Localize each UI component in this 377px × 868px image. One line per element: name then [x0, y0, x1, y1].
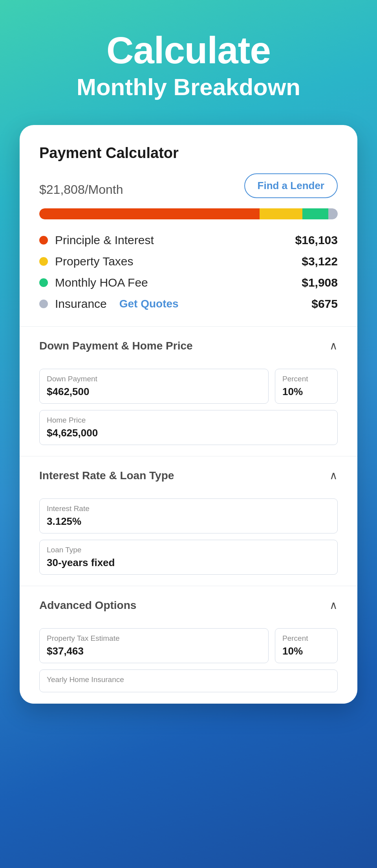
progress-bar [39, 208, 338, 219]
breakdown-left-hoa: Monthly HOA Fee [39, 276, 148, 289]
chevron-up-icon-advanced: ∧ [329, 599, 338, 612]
header-subtitle: Monthly Breakdown [77, 73, 300, 101]
interest-rate-label: Interest Rate [47, 504, 330, 513]
breakdown-item-insurance: Insurance Get Quotes $675 [39, 297, 338, 311]
breakdown-value-insurance: $675 [311, 297, 338, 311]
breakdown-left-principle: Principle & Interest [39, 234, 154, 247]
property-tax-label: Property Tax Estimate [47, 634, 261, 643]
down-payment-value: $462,500 [47, 386, 261, 398]
interest-rate-value: 3.125% [47, 515, 330, 528]
find-lender-button[interactable]: Find a Lender [244, 173, 338, 198]
breakdown-left-insurance: Insurance Get Quotes [39, 297, 179, 311]
yearly-insurance-label: Yearly Home Insurance [47, 675, 330, 684]
form-group-header-interest-rate[interactable]: Interest Rate & Loan Type ∧ [20, 456, 357, 495]
form-group-header-advanced[interactable]: Advanced Options ∧ [20, 586, 357, 624]
down-payment-row: Down Payment $462,500 Percent 10% [39, 369, 338, 404]
header-title: Calculate [77, 31, 300, 69]
down-payment-field[interactable]: Down Payment $462,500 [39, 369, 269, 404]
breakdown-value-hoa: $1,908 [302, 276, 338, 289]
property-tax-percent-field[interactable]: Percent 10% [275, 628, 338, 663]
property-tax-percent-label: Percent [282, 634, 330, 643]
dot-hoa [39, 278, 48, 287]
breakdown-list: Principle & Interest $16,103 Property Ta… [39, 234, 338, 311]
dot-taxes [39, 257, 48, 266]
monthly-suffix: /Month [85, 182, 123, 197]
form-group-down-payment: Down Payment & Home Price ∧ Down Payment… [20, 327, 357, 456]
monthly-row: $21,808/Month Find a Lender [39, 173, 338, 199]
breakdown-label-hoa: Monthly HOA Fee [55, 276, 148, 289]
yearly-insurance-row: Yearly Home Insurance [39, 669, 338, 692]
calculator-top: Payment Calculator $21,808/Month Find a … [20, 125, 357, 326]
form-group-interest-rate: Interest Rate & Loan Type ∧ Interest Rat… [20, 456, 357, 586]
header: Calculate Monthly Breakdown [61, 0, 316, 125]
home-price-field[interactable]: Home Price $4,625,000 [39, 410, 338, 445]
dot-principle [39, 236, 48, 245]
form-fields-advanced: Property Tax Estimate $37,463 Percent 10… [20, 624, 357, 703]
loan-type-value: 30-years fixed [47, 557, 330, 569]
breakdown-left-taxes: Property Taxes [39, 255, 134, 268]
get-quotes-link[interactable]: Get Quotes [119, 298, 179, 310]
progress-property-taxes [260, 208, 302, 219]
down-payment-percent-value: 10% [282, 386, 330, 398]
form-fields-down-payment: Down Payment $462,500 Percent 10% Home P… [20, 365, 357, 456]
breakdown-item-taxes: Property Taxes $3,122 [39, 255, 338, 268]
property-tax-row: Property Tax Estimate $37,463 Percent 10… [39, 628, 338, 663]
breakdown-value-principle: $16,103 [295, 234, 338, 247]
home-price-value: $4,625,000 [47, 427, 330, 439]
card-title: Payment Calculator [39, 145, 338, 162]
form-group-header-down-payment[interactable]: Down Payment & Home Price ∧ [20, 327, 357, 365]
progress-hoa-fee [302, 208, 329, 219]
breakdown-label-principle: Principle & Interest [55, 234, 154, 247]
chevron-up-icon-down-payment: ∧ [329, 339, 338, 352]
down-payment-label: Down Payment [47, 375, 261, 383]
breakdown-item-principle: Principle & Interest $16,103 [39, 234, 338, 247]
dot-insurance [39, 300, 48, 308]
interest-rate-row: Interest Rate 3.125% [39, 498, 338, 533]
property-tax-percent-value: 10% [282, 645, 330, 657]
loan-type-label: Loan Type [47, 546, 330, 554]
section-title-advanced: Advanced Options [39, 599, 136, 612]
form-group-advanced: Advanced Options ∧ Property Tax Estimate… [20, 586, 357, 704]
monthly-amount-value: $21,808 [39, 182, 85, 197]
down-payment-percent-field[interactable]: Percent 10% [275, 369, 338, 404]
section-title-down-payment: Down Payment & Home Price [39, 340, 193, 352]
property-tax-field[interactable]: Property Tax Estimate $37,463 [39, 628, 269, 663]
payment-calculator-card: Payment Calculator $21,808/Month Find a … [20, 125, 357, 704]
loan-type-row: Loan Type 30-years fixed [39, 540, 338, 575]
chevron-up-icon-interest-rate: ∧ [329, 469, 338, 482]
home-price-row: Home Price $4,625,000 [39, 410, 338, 445]
breakdown-item-hoa: Monthly HOA Fee $1,908 [39, 276, 338, 289]
interest-rate-field[interactable]: Interest Rate 3.125% [39, 498, 338, 533]
loan-type-field[interactable]: Loan Type 30-years fixed [39, 540, 338, 575]
breakdown-label-taxes: Property Taxes [55, 255, 134, 268]
progress-principle-interest [39, 208, 260, 219]
yearly-insurance-field[interactable]: Yearly Home Insurance [39, 669, 338, 692]
monthly-amount: $21,808/Month [39, 173, 123, 199]
breakdown-label-insurance: Insurance [55, 297, 107, 311]
form-fields-interest-rate: Interest Rate 3.125% Loan Type 30-years … [20, 495, 357, 586]
down-payment-percent-label: Percent [282, 375, 330, 383]
section-title-interest-rate: Interest Rate & Loan Type [39, 469, 174, 482]
breakdown-value-taxes: $3,122 [302, 255, 338, 268]
progress-insurance [328, 208, 338, 219]
property-tax-value: $37,463 [47, 645, 261, 657]
home-price-label: Home Price [47, 416, 330, 425]
